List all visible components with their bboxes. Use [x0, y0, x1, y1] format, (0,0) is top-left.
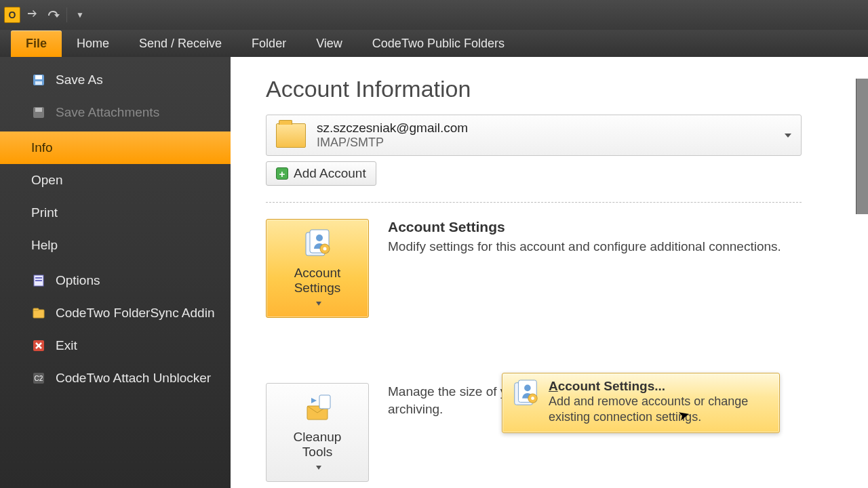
- svg-point-20: [524, 385, 531, 392]
- chevron-down-icon: [316, 302, 321, 306]
- tab-folder[interactable]: Folder: [237, 30, 301, 57]
- account-settings-tile-label: Account Settings: [271, 266, 364, 296]
- page-title: Account Information: [266, 76, 841, 102]
- backstage-print-label: Print: [31, 205, 58, 220]
- outlook-app-icon: O: [4, 7, 20, 23]
- qat-sendreceive-icon[interactable]: [26, 8, 41, 22]
- svg-rect-7: [35, 280, 42, 281]
- account-settings-menu-item[interactable]: Account Settings... Add and remove accou…: [502, 373, 780, 433]
- exit-icon: [31, 338, 46, 353]
- codetwo-foldersync-icon: [31, 306, 46, 321]
- backstage-open[interactable]: Open: [0, 164, 231, 197]
- account-settings-menu-icon: [511, 379, 540, 409]
- account-settings-menu-title: Account Settings...: [549, 379, 771, 394]
- account-settings-heading: Account Settings: [388, 219, 802, 235]
- tab-view[interactable]: View: [301, 30, 357, 57]
- account-settings-icon: [301, 228, 334, 260]
- chevron-down-icon: [785, 134, 791, 138]
- svg-rect-4: [35, 108, 42, 112]
- backstage-nav: Save As Save Attachments Info Open Print…: [0, 57, 231, 488]
- tab-codetwo-public-folders[interactable]: CodeTwo Public Folders: [357, 30, 519, 57]
- backstage-save-attachments-label: Save Attachments: [56, 105, 159, 120]
- qat-undo-icon[interactable]: [46, 8, 61, 22]
- svg-rect-24: [319, 395, 330, 409]
- backstage-options[interactable]: Options: [0, 264, 231, 297]
- svg-text:C2: C2: [35, 375, 43, 382]
- tab-send-receive[interactable]: Send / Receive: [124, 30, 237, 57]
- plus-icon: +: [276, 167, 288, 180]
- add-account-label: Add Account: [294, 166, 366, 181]
- svg-point-22: [531, 396, 534, 400]
- svg-rect-6: [35, 277, 42, 279]
- account-email: sz.szczesniak@gmail.com: [317, 121, 468, 136]
- svg-rect-1: [35, 75, 42, 79]
- backstage-codetwo-unblocker-label: CodeTwo Attach Unblocker: [56, 371, 211, 386]
- svg-rect-9: [33, 308, 39, 310]
- scroll-thumbnail-strip: [856, 79, 868, 214]
- backstage-codetwo-foldersync-label: CodeTwo FolderSync Addin: [56, 306, 214, 321]
- backstage-codetwo-foldersync[interactable]: CodeTwo FolderSync Addin: [0, 297, 231, 329]
- backstage-help[interactable]: Help: [0, 229, 231, 262]
- separator: [266, 202, 802, 203]
- svg-point-15: [316, 235, 323, 241]
- backstage-open-label: Open: [31, 173, 62, 188]
- chevron-down-icon: [316, 466, 321, 470]
- backstage-info[interactable]: Info: [0, 131, 231, 164]
- backstage-options-label: Options: [56, 273, 100, 288]
- cleanup-tile-label: Cleanup Tools: [271, 430, 364, 460]
- backstage-info-label: Info: [31, 140, 53, 155]
- cleanup-tools-tile[interactable]: Cleanup Tools: [266, 383, 369, 482]
- mailbox-icon: [276, 123, 306, 148]
- backstage-help-label: Help: [31, 238, 58, 253]
- title-bar: O ▼: [0, 0, 868, 30]
- save-as-icon: [31, 73, 46, 87]
- backstage-codetwo-unblocker[interactable]: C2 CodeTwo Attach Unblocker: [0, 362, 231, 394]
- svg-point-17: [323, 247, 327, 251]
- qat-customize-icon[interactable]: ▼: [73, 8, 87, 22]
- backstage-save-attachments: Save Attachments: [0, 96, 231, 129]
- account-settings-tile[interactable]: Account Settings: [266, 219, 369, 318]
- save-attachments-icon: [31, 105, 46, 120]
- svg-rect-8: [33, 310, 44, 318]
- add-account-button[interactable]: + Add Account: [266, 161, 376, 186]
- main-pane: Account Information sz.szczesniak@gmail.…: [231, 57, 868, 488]
- backstage-print[interactable]: Print: [0, 197, 231, 229]
- qat-separator: [66, 7, 67, 22]
- cleanup-icon: [301, 392, 334, 424]
- backstage-save-as-label: Save As: [56, 73, 103, 87]
- ribbon-tabs: File Home Send / Receive Folder View Cod…: [0, 30, 868, 57]
- options-icon: [31, 273, 46, 288]
- tab-home[interactable]: Home: [62, 30, 124, 57]
- svg-rect-2: [35, 81, 42, 85]
- codetwo-unblocker-icon: C2: [31, 371, 46, 386]
- backstage-exit-label: Exit: [56, 338, 77, 353]
- account-selector[interactable]: sz.szczesniak@gmail.com IMAP/SMTP: [266, 115, 802, 156]
- tab-file[interactable]: File: [11, 30, 62, 57]
- account-protocol: IMAP/SMTP: [317, 136, 468, 150]
- account-settings-menu-desc: Add and remove accounts or change existi…: [549, 394, 771, 426]
- backstage-exit[interactable]: Exit: [0, 329, 231, 362]
- backstage-save-as[interactable]: Save As: [0, 64, 231, 96]
- account-settings-description: Modify settings for this account and con…: [388, 238, 802, 256]
